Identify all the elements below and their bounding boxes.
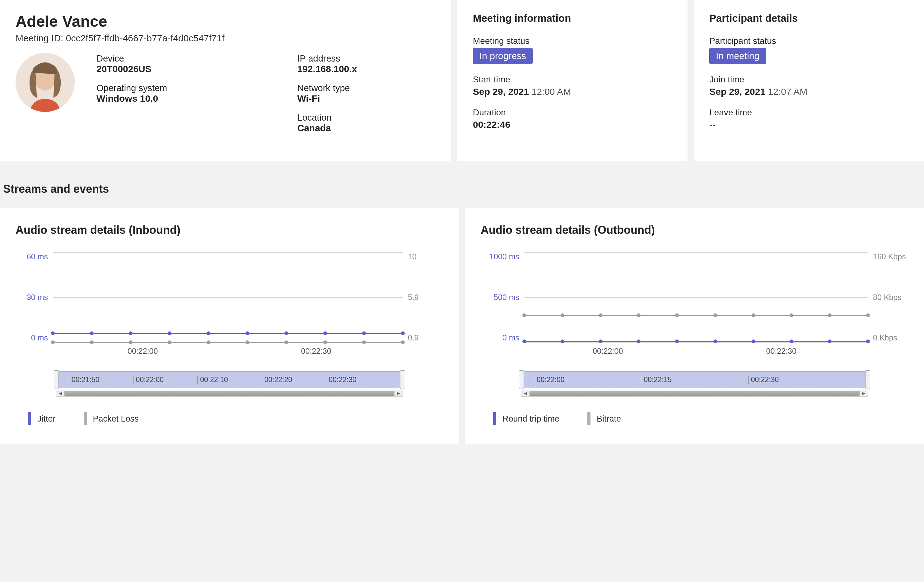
- data-marker: [51, 340, 55, 344]
- data-marker: [246, 340, 249, 344]
- data-marker: [675, 340, 679, 343]
- data-marker: [206, 340, 210, 344]
- inbound-brush[interactable]: 00:21:50 00:22:00 00:22:10 00:22:20 00:2…: [56, 371, 403, 397]
- data-marker: [129, 340, 132, 344]
- data-marker: [522, 340, 526, 343]
- data-marker: [752, 313, 756, 317]
- participant-status-badge: In meeting: [710, 48, 766, 64]
- data-marker: [206, 331, 210, 335]
- network-label: Network type: [297, 83, 436, 93]
- data-marker: [522, 313, 526, 317]
- data-marker: [284, 340, 288, 344]
- participant-join-value: Sep 29, 2021 12:07 AM: [710, 86, 908, 97]
- device-label: Device: [96, 53, 235, 64]
- data-marker: [866, 340, 870, 343]
- data-marker: [168, 340, 172, 344]
- data-marker: [90, 331, 94, 335]
- ip-value: 192.168.100.x: [297, 64, 436, 74]
- data-marker: [675, 313, 679, 317]
- inbound-yaxis-right: 10 5.9 0.9: [403, 252, 443, 342]
- network-value: Wi-Fi: [297, 93, 436, 104]
- avatar-icon: [16, 53, 75, 112]
- participant-status-label: Participant status: [710, 36, 908, 46]
- meeting-start-value: Sep 29, 2021 12:00 AM: [473, 86, 672, 97]
- inbound-chart-card: Audio stream details (Inbound) 60 ms 30 …: [0, 208, 459, 444]
- data-marker: [866, 313, 870, 317]
- device-value: 20T00026US: [96, 64, 235, 74]
- legend-bitrate[interactable]: Bitrate: [587, 412, 621, 425]
- data-marker: [599, 313, 602, 317]
- meeting-duration-label: Duration: [473, 108, 672, 118]
- outbound-legend: Round trip time Bitrate: [493, 412, 908, 425]
- participant-card: Participant details Participant status I…: [694, 0, 924, 161]
- data-marker: [284, 331, 288, 335]
- chevron-left-icon[interactable]: ◄: [56, 390, 64, 396]
- chevron-right-icon[interactable]: ►: [860, 390, 868, 396]
- legend-jitter[interactable]: Jitter: [28, 412, 56, 425]
- meeting-duration-value: 00:22:46: [473, 119, 672, 130]
- data-marker: [599, 340, 602, 343]
- outbound-yaxis-left: 1000 ms 500 ms 0 ms: [481, 252, 524, 342]
- data-marker: [323, 331, 327, 335]
- avatar: [16, 53, 75, 112]
- inbound-plot-area[interactable]: [53, 252, 403, 342]
- legend-swatch-icon: [493, 412, 496, 425]
- ip-label: IP address: [297, 53, 436, 64]
- chevron-right-icon[interactable]: ►: [394, 390, 403, 396]
- data-marker: [90, 340, 94, 344]
- inbound-legend: Jitter Packet Loss: [28, 412, 443, 425]
- data-marker: [713, 313, 717, 317]
- data-marker: [828, 313, 832, 317]
- inbound-scrollbar[interactable]: ◄ ►: [56, 390, 403, 397]
- data-marker: [401, 340, 405, 344]
- meeting-id-label: Meeting ID:: [16, 33, 63, 43]
- inbound-jitter-line: [53, 333, 403, 334]
- legend-swatch-icon: [587, 412, 591, 425]
- location-value: Canada: [297, 123, 436, 133]
- scrollbar-thumb[interactable]: [64, 391, 394, 396]
- data-marker: [561, 313, 564, 317]
- meeting-id-row: Meeting ID: 0cc2f5f7-ffdb-4667-b77a-f4d0…: [16, 33, 436, 44]
- inbound-xaxis: 00:22:00 00:22:30: [56, 347, 403, 356]
- data-marker: [790, 340, 793, 343]
- data-marker: [401, 331, 405, 335]
- data-marker: [790, 313, 793, 317]
- legend-swatch-icon: [28, 412, 31, 425]
- user-card: Adele Vance Meeting ID: 0cc2f5f7-ffdb-46…: [0, 0, 451, 161]
- legend-packet-loss[interactable]: Packet Loss: [84, 412, 139, 425]
- inbound-packetloss-line: [53, 342, 403, 343]
- meeting-start-label: Start time: [473, 75, 672, 85]
- meeting-status-badge: In progress: [473, 48, 533, 64]
- meeting-status-label: Meeting status: [473, 36, 672, 46]
- vertical-divider: [266, 31, 266, 139]
- data-marker: [323, 340, 327, 344]
- outbound-brush[interactable]: 00:22:00 00:22:15 00:22:30 ◄ ►: [521, 371, 868, 397]
- user-name: Adele Vance: [16, 12, 436, 30]
- data-marker: [637, 313, 640, 317]
- os-value: Windows 10.0: [96, 93, 235, 104]
- scrollbar-thumb[interactable]: [530, 391, 860, 396]
- data-marker: [246, 331, 249, 335]
- participant-leave-label: Leave time: [710, 108, 908, 118]
- outbound-chart-title: Audio stream details (Outbound): [481, 224, 908, 237]
- data-marker: [51, 331, 55, 335]
- outbound-scrollbar[interactable]: ◄ ►: [521, 390, 868, 397]
- chevron-left-icon[interactable]: ◄: [521, 390, 530, 396]
- os-label: Operating system: [96, 83, 235, 93]
- data-marker: [752, 340, 756, 343]
- data-marker: [129, 331, 132, 335]
- outbound-plot-area[interactable]: [524, 252, 868, 342]
- data-marker: [713, 340, 717, 343]
- legend-swatch-icon: [84, 412, 87, 425]
- data-marker: [828, 340, 832, 343]
- participant-join-label: Join time: [710, 75, 908, 85]
- outbound-rtt-line: [524, 341, 868, 342]
- meeting-info-card: Meeting information Meeting status In pr…: [457, 0, 688, 161]
- location-label: Location: [297, 113, 436, 123]
- data-marker: [561, 340, 564, 343]
- outbound-yaxis-right: 160 Kbps 80 Kbps 0 Kbps: [868, 252, 908, 342]
- data-marker: [637, 340, 640, 343]
- legend-round-trip-time[interactable]: Round trip time: [493, 412, 559, 425]
- participant-leave-value: --: [710, 119, 908, 130]
- meeting-info-title: Meeting information: [473, 12, 672, 24]
